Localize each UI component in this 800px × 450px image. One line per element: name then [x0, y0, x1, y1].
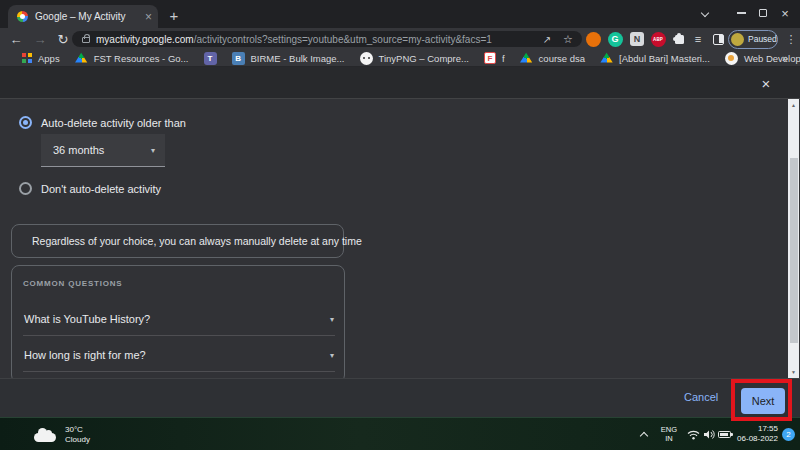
tray-time: 17:55: [736, 424, 778, 434]
windows-taskbar: 30°C Cloudy ENG IN 1: [0, 417, 800, 450]
teams-icon: [204, 52, 217, 65]
tab-title: Google – My Activity: [35, 11, 141, 22]
browser-toolbar: ← → ↻ myactivity.google.com/activitycont…: [0, 28, 800, 50]
bookmark-tinypng[interactable]: TinyPNG – Compre...: [360, 52, 469, 65]
manual-delete-notice: Regardless of your choice, you can alway…: [11, 224, 344, 258]
new-tab-button[interactable]: +: [163, 4, 185, 26]
divider: [23, 371, 335, 372]
auto-delete-option-label: Auto-delete activity older than: [41, 117, 186, 129]
weather-condition: Cloudy: [65, 435, 90, 445]
bookmark-teams[interactable]: [204, 52, 217, 65]
scrollbar-thumb[interactable]: [790, 158, 798, 343]
bookmark-apps[interactable]: Apps: [22, 53, 60, 64]
common-questions-header: COMMON QUESTIONS: [23, 279, 122, 288]
question-what-is-youtube-history[interactable]: What is YouTube History? ▾: [12, 305, 346, 333]
back-icon[interactable]: ←: [6, 28, 26, 50]
dialog-close-icon[interactable]: ×: [756, 73, 776, 93]
wifi-icon[interactable]: [687, 430, 700, 440]
notification-count-badge[interactable]: 2: [782, 428, 795, 441]
extension-icon-orange[interactable]: [585, 31, 601, 47]
f-red-icon: [484, 52, 496, 64]
share-icon[interactable]: ↗: [538, 28, 556, 50]
clock[interactable]: 17:55 06-08-2022: [736, 424, 778, 444]
tray-date: 06-08-2022: [736, 434, 778, 444]
profile-status-label: Paused: [748, 34, 777, 44]
window-close-button[interactable]: ×: [775, 0, 795, 26]
battery-icon[interactable]: [718, 431, 731, 438]
chevron-down-icon: ▾: [151, 146, 155, 155]
language-indicator[interactable]: ENG IN: [658, 426, 680, 443]
profile-sync-paused-button[interactable]: Paused: [728, 30, 778, 49]
weather-widget[interactable]: 30°C Cloudy: [34, 418, 90, 450]
bookmark-course-dsa[interactable]: course dsa: [520, 52, 585, 64]
duration-dropdown-value: 36 months: [53, 144, 151, 156]
google-drive-icon: [75, 52, 88, 64]
cloud-icon: [34, 433, 56, 442]
speaker-icon[interactable]: [703, 429, 715, 440]
dialog-footer: Cancel Next: [0, 378, 800, 417]
window-minimize-button[interactable]: [731, 0, 751, 26]
url-path: /activitycontrols?settings=youtube&utm_s…: [194, 34, 492, 45]
reading-list-icon[interactable]: ≡: [690, 31, 706, 47]
dark-reader-extension-icon[interactable]: [710, 31, 726, 47]
dialog-content: Auto-delete activity older than 36 month…: [0, 99, 800, 378]
google-drive-icon: [520, 52, 533, 64]
panda-icon: [360, 52, 373, 65]
bookmark-fst-resources[interactable]: FST Resources - Go...: [75, 52, 189, 64]
chevron-down-icon: ▾: [330, 351, 334, 360]
browser-tab-strip: Google – My Activity × + ×: [0, 0, 800, 28]
window-maximize-button[interactable]: [753, 0, 773, 26]
cancel-button[interactable]: Cancel: [684, 391, 718, 403]
extension-icon-n[interactable]: N: [629, 31, 645, 47]
browser-tab[interactable]: Google – My Activity ×: [8, 5, 158, 28]
duration-dropdown[interactable]: 36 months ▾: [41, 134, 165, 167]
scroll-down-icon[interactable]: ▼: [788, 366, 799, 378]
bookmark-f[interactable]: f: [484, 52, 505, 64]
url-domain: myactivity.google.com: [96, 34, 194, 45]
url-text: myactivity.google.com/activitycontrols?s…: [96, 34, 574, 45]
bookmark-birme[interactable]: BIRME - Bulk Image...: [232, 52, 345, 65]
question-how-long-is-right[interactable]: How long is right for me? ▾: [12, 341, 346, 369]
desktop-screen: Google – My Activity × + × ← → ↻ myactiv…: [0, 0, 800, 450]
dialog-header: ×: [0, 67, 800, 99]
grammarly-extension-icon[interactable]: G: [607, 31, 623, 47]
bookmark-abdul-bari[interactable]: [Abdul Bari] Masteri...: [600, 52, 710, 64]
radio-dont-auto-delete[interactable]: [19, 182, 32, 195]
dont-auto-delete-option-label: Don't auto-delete activity: [41, 183, 161, 195]
forward-icon[interactable]: →: [30, 28, 50, 50]
scrollbar[interactable]: ▲ ▼: [788, 99, 799, 378]
divider: [23, 335, 335, 336]
weather-temperature: 30°C: [65, 425, 90, 435]
bookmark-star-icon[interactable]: ☆: [559, 28, 577, 50]
notice-text: Regardless of your choice, you can alway…: [32, 235, 362, 247]
extensions-puzzle-icon[interactable]: [671, 31, 687, 47]
birme-icon: [232, 52, 245, 65]
tab-search-chevron-icon[interactable]: [695, 0, 715, 26]
google-favicon-icon: [17, 11, 28, 22]
browser-menu-icon[interactable]: ⋮: [784, 28, 798, 50]
bookmark-web-development[interactable]: Web Development...: [725, 52, 800, 65]
next-button[interactable]: Next: [741, 388, 785, 414]
scroll-up-icon[interactable]: ▲: [788, 99, 799, 111]
common-questions-box: COMMON QUESTIONS What is YouTube History…: [11, 265, 345, 383]
avatar: [731, 33, 744, 46]
google-drive-icon: [600, 52, 613, 64]
reload-icon[interactable]: ↻: [53, 28, 73, 50]
chevron-down-icon: ▾: [330, 315, 334, 324]
web-dev-icon: [725, 52, 738, 65]
radio-auto-delete[interactable]: [19, 116, 32, 129]
tray-chevron-up-icon[interactable]: [641, 431, 648, 438]
bookmarks-bar: Apps FST Resources - Go... BIRME - Bulk …: [0, 50, 800, 67]
tab-close-icon[interactable]: ×: [145, 10, 152, 24]
lock-icon: [82, 37, 90, 43]
bookmarks-overflow-icon[interactable]: »: [782, 52, 788, 64]
apps-grid-icon: [22, 53, 32, 63]
adblock-extension-icon[interactable]: ABP: [650, 31, 666, 47]
address-bar[interactable]: myactivity.google.com/activitycontrols?s…: [72, 31, 582, 47]
